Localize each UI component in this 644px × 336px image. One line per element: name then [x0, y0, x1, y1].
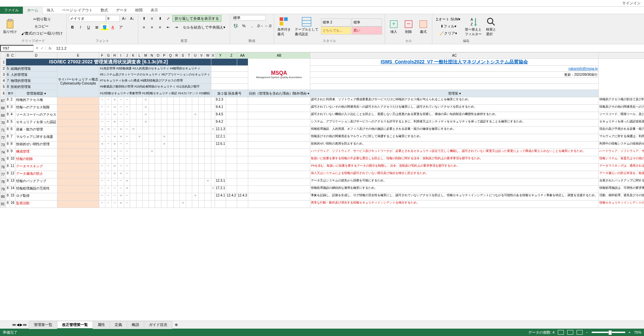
cell[interactable] [198, 142, 205, 149]
cell[interactable] [130, 142, 137, 149]
cell[interactable] [211, 112, 215, 119]
cell[interactable] [192, 201, 199, 208]
cell[interactable] [130, 105, 137, 112]
row-header[interactable]: 81 [0, 201, 6, 208]
cell[interactable]: ○ [118, 127, 124, 134]
cell[interactable] [143, 149, 149, 156]
cell[interactable] [192, 134, 199, 142]
cell[interactable]: ○ [211, 127, 215, 134]
cell[interactable]: 12.1.3 [215, 127, 226, 134]
cell[interactable]: 8 [6, 156, 10, 164]
cell[interactable] [173, 105, 180, 112]
cell[interactable] [57, 164, 99, 171]
cell[interactable]: − [111, 178, 118, 186]
cell[interactable]: ハードウェア、ソフトウェア、サービス及びネットワークのセキュリティ構成を含む構成… [599, 149, 644, 156]
cell[interactable]: − [124, 149, 130, 156]
col-header[interactable]: Q [167, 53, 174, 59]
cell[interactable]: ○ [111, 149, 118, 156]
col-header[interactable]: M [143, 53, 149, 59]
cell[interactable] [226, 105, 237, 112]
cell[interactable]: 15 [10, 193, 15, 201]
cell[interactable] [155, 127, 161, 134]
cell[interactable]: ○ [111, 105, 118, 112]
cell[interactable]: 12.4.1 [215, 193, 226, 201]
cell[interactable]: ○ [130, 127, 137, 134]
cell[interactable]: − [99, 193, 105, 201]
tab-data[interactable]: データ [112, 7, 131, 14]
cell[interactable] [211, 119, 215, 127]
cell[interactable]: − [124, 112, 130, 119]
cell[interactable] [173, 164, 180, 171]
cell[interactable] [248, 171, 310, 178]
cell[interactable] [198, 149, 205, 156]
col-header[interactable]: H [111, 53, 118, 59]
cell[interactable] [248, 112, 310, 119]
cell[interactable] [136, 112, 143, 119]
cell[interactable] [186, 134, 192, 142]
cell[interactable] [149, 178, 155, 186]
cell[interactable] [205, 134, 211, 142]
cell[interactable] [226, 142, 237, 149]
cell[interactable] [57, 97, 99, 105]
cell[interactable] [237, 127, 248, 134]
cell[interactable] [237, 178, 248, 186]
cell[interactable]: 10 [10, 156, 15, 164]
align-top-button[interactable]: ⬆ [140, 15, 148, 22]
cell[interactable]: 情報処理施設の継続的な運用を確実にするため。 [310, 186, 599, 193]
cell[interactable] [149, 186, 155, 193]
cell[interactable]: 技術的ぜい弱性の管理 [15, 142, 57, 149]
cell[interactable] [186, 105, 192, 112]
cell[interactable] [155, 171, 161, 178]
cell[interactable] [198, 164, 205, 171]
row-header[interactable]: 78 [0, 178, 6, 186]
cell[interactable] [167, 193, 174, 201]
cell[interactable]: 6 [10, 127, 15, 134]
cell[interactable]: 8 [10, 142, 15, 149]
cell[interactable] [186, 149, 192, 156]
cell[interactable]: ○ [111, 97, 118, 105]
cell[interactable] [161, 171, 167, 178]
cell[interactable] [205, 112, 211, 119]
cell[interactable] [130, 193, 137, 201]
cell[interactable]: 認可されていない機能が入り込むことを防止し、意図しない又は悪意のある変更を回避し… [310, 112, 599, 119]
cell[interactable]: ○ [124, 186, 130, 193]
cell[interactable]: 7 [10, 134, 15, 142]
cell[interactable]: ○ [118, 134, 124, 142]
cell[interactable] [198, 127, 205, 134]
cell[interactable] [205, 171, 211, 178]
cell[interactable] [167, 178, 174, 186]
cell[interactable] [149, 142, 155, 149]
cell[interactable] [205, 97, 211, 105]
decrease-decimal-button[interactable]: ←.0 [264, 22, 272, 29]
cell[interactable] [205, 164, 211, 171]
cell[interactable]: 特権的アクセス権の割当て及び利用は、制限し、管理することが望ましい。 [599, 97, 644, 105]
cell[interactable] [167, 119, 174, 127]
cell[interactable] [248, 119, 310, 127]
copy-button[interactable]: ⎘ コピー [19, 23, 64, 30]
row-header[interactable]: 70 [0, 119, 6, 127]
cell[interactable]: ○ [111, 164, 118, 171]
cell[interactable]: ○ [161, 134, 167, 142]
cell[interactable] [143, 156, 149, 164]
cell[interactable]: − [99, 134, 105, 142]
cell[interactable] [130, 171, 137, 178]
cell[interactable] [237, 97, 248, 105]
cell[interactable] [226, 171, 237, 178]
cell[interactable] [226, 178, 237, 186]
cell[interactable]: 情報のバックアップ [15, 178, 57, 186]
cell[interactable] [57, 193, 99, 201]
cell[interactable] [192, 97, 199, 105]
cell[interactable] [167, 149, 174, 156]
cell[interactable]: PIIを含む、取扱いに慎重を要するデータの開示を制限し、法令、規制及び契約上の要… [310, 164, 599, 171]
cell[interactable] [248, 201, 310, 208]
row-header[interactable]: 68 [0, 105, 6, 112]
cell[interactable]: 9.2.3 [215, 97, 226, 105]
cell[interactable] [226, 112, 237, 119]
cell[interactable] [161, 105, 167, 112]
cell[interactable] [192, 142, 199, 149]
zoom-out-button[interactable]: − [586, 330, 588, 334]
cell[interactable] [130, 97, 137, 105]
phonetic-button[interactable]: ア [117, 24, 124, 31]
cell[interactable]: − [124, 193, 130, 201]
cell[interactable] [173, 119, 180, 127]
